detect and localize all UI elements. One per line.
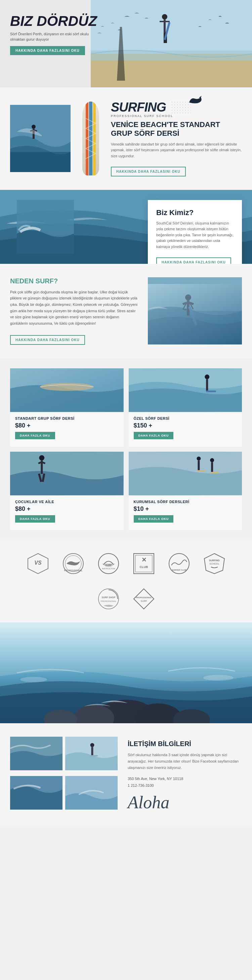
svg-text:INSTRUCTOR: INSTRUCTOR [102,568,115,570]
pricing-grid: STANDART GRUP SÖRF DERSİ $80 + DAHA FAZL… [10,368,242,530]
svg-rect-37 [210,472,219,474]
logo-badge-diamond: PROFESSIONAL SURF [130,585,157,612]
hero-subtitle: Sörf Önerileri Perth, dünyanın en eski s… [10,32,104,42]
svg-rect-34 [197,470,205,472]
surfing-section-title: VENİCE BEACH'TE STANDART GRUP SÖRF DERSİ [111,120,242,138]
logo-badge-surf-shop-pro: SURF SHOP PROFESSIONAL [95,585,122,612]
svg-text:SURFER CLUB: SURFER CLUB [172,569,187,571]
logo-badge-surf-shop: PROFESSIONAL [60,550,87,577]
pricing-card-2: ÖZEL SÖRF DERSİ $150 + DAHA FAZLA OKU [129,368,242,447]
pricing-card-4-title: KURUMSAL SÖRF DERSLERİ [134,500,237,504]
pricing-card-2-content: ÖZEL SÖRF DERSİ $150 + DAHA FAZLA OKU [129,412,242,447]
whysurf-image [148,277,242,344]
pricing-card-3-image [10,452,124,495]
surfboard-image [77,102,104,175]
hero-title: Biz Dördüz [10,13,104,29]
pricing-card-4-price: $10 + [134,506,237,512]
pricing-card-1-cta[interactable]: DAHA FAZLA OKU [15,432,55,439]
svg-rect-18 [188,306,198,326]
pricing-card-2-title: ÖZEL SÖRF DERSİ [134,416,237,421]
svg-text:SURFING: SURFING [209,559,220,562]
whysurf-text: Pek çok söffe gün doğumunda oluşma ile g… [10,289,138,327]
pricing-card-3: ÇOCUKLAR VE AİLE $80 + DAHA FAZLA OKU [10,452,124,530]
svg-text:SURF: SURF [105,564,112,566]
pricing-card-4-content: KURUMSAL SÖRF DERSLERİ $10 + DAHA FAZLA … [129,495,242,530]
svg-rect-14 [148,277,242,344]
surfing-section: SURFING PROFESSIONAL SURF SCHOOL VENİCE … [0,88,252,190]
logo-badge-vs: VS [25,550,51,577]
svg-rect-72 [91,747,94,756]
contact-img-2 [65,737,117,770]
logo-badge-surfing-school: SURFING SCHOOL [201,550,228,577]
svg-point-35 [210,458,214,462]
whysurf-title: NEDEN SURF? [10,277,138,285]
hero-image [91,0,252,88]
pricing-card-1-title: STANDART GRUP SÖRF DERSİ [15,416,119,421]
svg-rect-25 [206,391,216,392]
surfing-info: SURFING PROFESSIONAL SURF SCHOOL VENİCE … [111,101,242,177]
svg-text:✕: ✕ [141,557,146,563]
svg-point-68 [203,675,233,681]
pricing-card-2-price: $150 + [134,422,237,429]
pricing-card-3-cta[interactable]: DAHA FAZLA OKU [15,515,55,523]
svg-text:SURF SHOP: SURF SHOP [101,596,115,598]
svg-point-10 [32,125,36,129]
pricing-card-1: STANDART GRUP SÖRF DERSİ $80 + DAHA FAZL… [10,368,124,447]
contact-img-3 [10,776,62,810]
pricing-card-2-cta[interactable]: DAHA FAZLA OKU [134,432,174,439]
svg-point-67 [20,677,47,682]
pricing-card-2-image [129,368,242,412]
svg-point-27 [39,455,44,460]
svg-rect-5 [160,21,170,22]
logo-badge-surfer-club: SURFER CLUB [166,550,193,577]
surfing-section-text: Venedik sahilinde standart bir grup sörf… [111,142,242,159]
svg-text:PROFESSIONAL: PROFESSIONAL [136,597,152,598]
whysurf-cta-button[interactable]: HAKKINDA DAHA FAZLASINI OKU [10,335,85,345]
pricing-section: STANDART GRUP SÖRF DERSİ $80 + DAHA FAZL… [0,358,252,541]
svg-text:VS: VS [34,560,42,566]
contact-address: 350 5th Ave, New York, NY 10118 1 212-73… [128,776,242,789]
svg-text:SURF: SURF [141,600,147,602]
whysurf-content: NEDEN SURF? Pek çok söffe gün doğumunda … [10,277,138,345]
pricing-card-1-content: STANDART GRUP SÖRF DERSİ $80 + DAHA FAZL… [10,412,124,447]
whysurf-section: NEDEN SURF? Pek çok söffe gün doğumunda … [0,264,252,358]
contact-phone: 1 212-736-3100 [128,783,154,788]
svg-text:PROFESSIONAL: PROFESSIONAL [64,569,82,572]
svg-text:CLUB: CLUB [139,565,148,569]
pricing-card-1-price: $80 + [15,422,119,429]
surfing-cta-button[interactable]: HAKKINDA DAHA FAZLASINI OKU [111,167,186,177]
pricing-card-4: KURUMSAL SÖRF DERSLERİ $10 + DAHA FAZLA … [129,452,242,530]
hero-content: Biz Dördüz Sörf Önerileri Perth, dünyanı… [10,13,104,55]
logo-badge-x-club: ✕ CLUB [130,550,157,577]
whoweare-cta-button[interactable]: HAKKINDA DAHA FAZLASINI OKU [156,258,231,264]
hero-section: Biz Dördüz Sörf Önerileri Perth, dünyanı… [0,0,252,88]
contact-text: Sörf okulumuz hakkında 3 saat içinde dön… [128,752,242,771]
svg-point-71 [90,743,94,747]
svg-point-21 [40,383,94,391]
svg-rect-15 [148,277,242,311]
contact-street: 350 5th Ave, New York, NY 10118 [128,777,183,781]
logo-badge-surf-instructor: SURF INSTRUCTOR [95,550,122,577]
ocean-section [0,622,252,723]
contact-section: İLETİŞİM BİLGİLERİ Sörf okulumuz hakkınd… [0,723,252,826]
whoweare-section: Biz Kimiz? SouthCal Sörf Dersleri, oluşu… [0,190,252,264]
svg-point-16 [185,294,191,301]
pricing-card-3-title: ÇOCUKLAR VE AİLE [15,500,119,504]
svg-text:PROFESSIONAL: PROFESSIONAL [100,600,116,602]
surfboard [82,102,99,175]
surf-left-image [10,105,71,172]
pricing-card-4-cta[interactable]: DAHA FAZLA OKU [134,515,174,523]
svg-rect-2 [91,51,252,60]
svg-rect-17 [187,301,190,316]
svg-rect-73 [91,755,98,757]
pricing-card-3-content: ÇOCUKLAR VE AİLE $80 + DAHA FAZLA OKU [10,495,124,530]
pricing-card-4-image [129,452,242,495]
svg-rect-24 [206,379,208,391]
svg-text:SCHOOL: SCHOOL [209,563,219,565]
contact-title: İLETİŞİM BİLGİLERİ [128,740,242,748]
svg-point-23 [204,374,209,379]
whoweare-text: SouthCal Sörf Dersleri, oluşuma kalmamız… [156,221,233,250]
surfing-subtitle: PROFESSIONAL SURF SCHOOL [111,114,242,118]
hero-cta-button[interactable]: HAKKINDA DAHA FAZLASINI OKU [10,46,85,55]
pricing-card-3-price: $80 + [15,506,119,512]
